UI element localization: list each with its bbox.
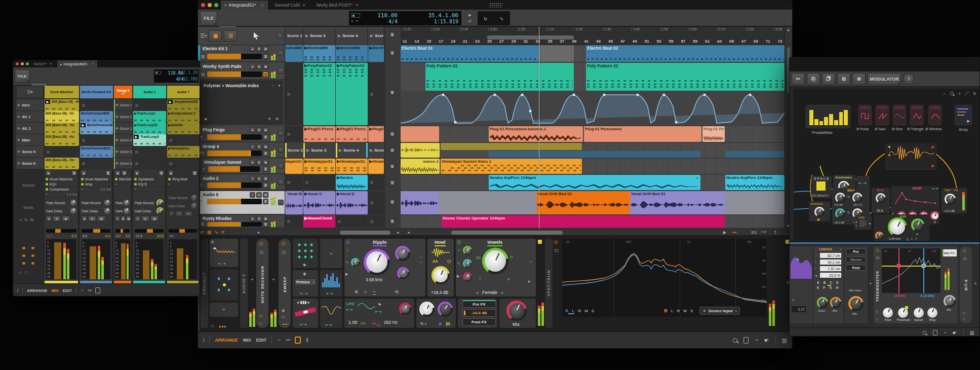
group-scene-cell[interactable]: ▶Scene 5 — [368, 143, 384, 158]
empty-slot[interactable] — [285, 215, 303, 228]
source-b-label[interactable]: B — [664, 308, 668, 313]
minimize-window-button[interactable] — [208, 3, 212, 7]
stereo-link-icon[interactable]: ⧉ ± — [420, 321, 426, 326]
audio5-tab[interactable]: AUDIO 5 — [240, 239, 248, 328]
track-name[interactable]: Electro Kit 1 — [203, 46, 228, 51]
preset-folder-icon[interactable]: 🗀 — [876, 255, 880, 260]
mute-button[interactable]: M — [184, 211, 192, 216]
expand-icon[interactable]: ⌄ — [695, 175, 698, 179]
plus-device-icon[interactable]: + — [270, 276, 277, 282]
global-rsm-icons[interactable]: ●ₓSₓMₓ — [19, 218, 34, 221]
solo-all-icon[interactable]: Sₓ — [25, 218, 28, 221]
strip-menu-button[interactable]: ☰ — [105, 170, 111, 176]
arranger-clip-group-wave[interactable] — [401, 143, 440, 158]
cabinet-field[interactable]: 82.7 cm — [820, 253, 841, 258]
project-xy-module[interactable] — [210, 269, 238, 301]
ripple-mode-icons[interactable]: Φ≈⌁⟲ — [355, 289, 399, 295]
strip-menu-button[interactable]: ☰ — [159, 170, 164, 176]
track-name[interactable]: Himalayan Sunset — [204, 160, 241, 165]
mute-button[interactable]: M — [150, 216, 159, 221]
launcher-clip[interactable]: ▶PolyPatter02 — [303, 63, 335, 125]
device-enabled-dot[interactable] — [134, 183, 137, 186]
arranger-clip-neutro-2[interactable]: Neutro ArpPerc 124bpm — [725, 175, 785, 190]
mute-button[interactable]: M — [263, 64, 268, 69]
arm-button[interactable]: ● — [250, 64, 255, 69]
expand-arrows-icon[interactable]: ↕ — [458, 248, 460, 252]
volume-bar[interactable] — [121, 243, 126, 279]
cabinet-letter[interactable]: G — [829, 286, 832, 289]
routing-button[interactable]: ☰ — [263, 182, 268, 188]
track-head-drum[interactable]: Drum Machine — [45, 86, 79, 98]
send-row[interactable]: Dark Delay — [80, 207, 112, 215]
pan-slider[interactable] — [46, 229, 76, 233]
eq-device-stub[interactable]: ∿ 2.17 — [790, 246, 813, 323]
phase-icon[interactable]: Φ — [355, 289, 358, 294]
logic-module[interactable]: AND ●●● — [854, 215, 872, 230]
arranger-automation-icon[interactable]: ∿ — [499, 16, 503, 21]
io-square[interactable] — [278, 68, 284, 73]
track-row-audio-5-selected[interactable]: Audio 5 ●SM ⪾ ☰ — [198, 191, 285, 214]
group-folder-icon[interactable]: 🗀 — [200, 151, 204, 155]
tempo-value[interactable]: 110.00 — [363, 12, 398, 19]
search-icon[interactable] — [922, 330, 926, 335]
launcher-clip[interactable]: ▶Plug02 — [368, 126, 384, 142]
add-device-row[interactable]: + — [167, 182, 199, 187]
device-power-bottom-icon[interactable]: ⏻ — [282, 315, 285, 320]
scene-header-scene4[interactable]: ▶Scene 4 — [336, 27, 368, 44]
res-ring[interactable] — [395, 246, 410, 261]
power-icon[interactable]: ⏻ — [963, 249, 966, 254]
send-row[interactable]: Plate Reverb — [167, 194, 199, 202]
launcher-clip[interactable]: Vocal B — [285, 191, 303, 214]
pointer-tool-icon[interactable] — [253, 32, 259, 40]
ports[interactable]: ●─● — [326, 291, 333, 295]
mute-button[interactable]: M — [263, 160, 268, 165]
scene-play-icon[interactable]: ▶ — [116, 126, 119, 130]
row-handle[interactable]: ☰ — [389, 131, 395, 137]
panel-window-icons[interactable]: –+⤢✕ — [943, 91, 976, 96]
group-scene-slot[interactable]: ▶Scene 5 — [114, 146, 132, 158]
launcher-clip[interactable]: ▶Vocal D — [336, 191, 368, 214]
io-square[interactable] — [278, 163, 284, 169]
close-window-button[interactable] — [201, 3, 205, 7]
io-square[interactable] — [278, 131, 284, 136]
arranger-clip-neutro-1[interactable]: Neutro ArpPerc 124bpm⌄ — [489, 175, 700, 190]
scene-row[interactable]: ▶Intro — [16, 99, 44, 111]
selection-region[interactable] — [538, 45, 574, 62]
arranger-clip-plug-left[interactable] — [401, 126, 439, 142]
power-icon[interactable]: ⏻ — [259, 241, 263, 247]
track-row-wonky-synth-pads[interactable]: Wonky Synth Pads ●SM ▥ ☰ — [198, 63, 285, 80]
b-knob[interactable] — [438, 302, 453, 317]
close-tab-icon[interactable]: ✕ — [261, 3, 264, 8]
shaper-curve-module[interactable]: ●─● — [320, 299, 342, 328]
empty-slot[interactable] — [368, 191, 384, 214]
track-row-rusty-rhodes[interactable]: Rusty Rhodes ●SM ▥ ☰ — [198, 215, 285, 228]
power-icon[interactable]: ⏻ — [282, 241, 285, 247]
arm-button[interactable]: ● — [250, 144, 255, 150]
launcher-clip[interactable]: ▶PolyPatter02 — [336, 63, 368, 125]
right-titlebar[interactable] — [790, 57, 979, 71]
channel-toggle[interactable]: S — [690, 309, 693, 313]
add-device-icon[interactable]: + — [869, 281, 872, 286]
scene-play-icon[interactable]: ▶ — [18, 126, 20, 130]
position-bars-value[interactable]: 35.4.1.00 — [400, 12, 458, 19]
mixer-icon-cluster[interactable] — [19, 244, 37, 268]
mute-button[interactable]: M — [263, 144, 268, 150]
device-item[interactable]: Mid-SideSpl — [114, 177, 131, 182]
project-power-icon[interactable]: ⏻ — [211, 324, 214, 329]
close-tab-icon[interactable]: ✕ — [91, 62, 94, 66]
routing-button[interactable]: ☰ — [263, 221, 268, 227]
device-enabled-dot[interactable] — [46, 178, 48, 180]
empty-slot[interactable] — [167, 158, 200, 169]
high-cut-handle[interactable] — [921, 264, 926, 268]
empty-slot[interactable] — [133, 158, 166, 169]
launcher-clip[interactable]: ▶ElectroBt0 — [303, 45, 335, 62]
close-popup-icon[interactable]: ✕ — [275, 117, 279, 122]
arranger-clip-vocal-left[interactable] — [401, 191, 439, 214]
track-row-group-4[interactable]: Group 4 ●SM 🗀 ☰ — [198, 143, 285, 158]
io-square[interactable] — [278, 147, 284, 153]
device-item[interactable]: Dynamics — [133, 177, 165, 182]
close-icon[interactable]: ✕ — [972, 91, 976, 96]
loop-back-icon[interactable]: ⟲ — [395, 289, 399, 294]
scroll-right-icon[interactable]: ► — [397, 231, 400, 234]
send-row[interactable]: Plate Reverb — [133, 199, 165, 207]
